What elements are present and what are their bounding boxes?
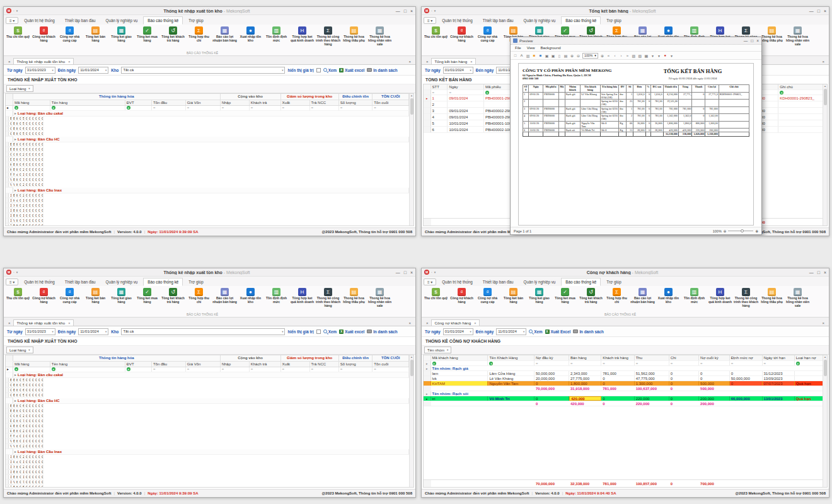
- print-list-button[interactable]: In danh sách: [573, 329, 604, 334]
- ribbon-tab-0[interactable]: Quản trị hệ thống: [20, 16, 59, 25]
- column-header[interactable]: Nhập: [220, 100, 249, 106]
- ribbon-button-0[interactable]: $Thu chi tồn quỹ: [5, 26, 31, 47]
- filter-cell[interactable]: =: [338, 106, 373, 111]
- table-row[interactable]: BCHCBàn Cầu HCbộ0.980,0000.0.0.0.0.0.: [6, 147, 13, 152]
- zoom-out-icon[interactable]: ⊖: [576, 54, 581, 58]
- ribbon-button-4[interactable]: ▦Tổng kết giao hàng: [108, 287, 134, 308]
- column-header[interactable]: Số lượng: [338, 100, 373, 106]
- table-row[interactable]: N ĐMNắp Cầu HC đồng ấmcái0.180,0000.0.0.…: [6, 434, 13, 439]
- last-page-icon[interactable]: »: [625, 54, 630, 57]
- quick-access-dropdown-icon[interactable]: ▾: [16, 270, 18, 274]
- inventory-grid[interactable]: Thông tin hàng hóaCộng vào khoGiảm số lư…: [5, 93, 414, 226]
- ribbon-button-2[interactable]: ₫Công nợ nhà cung cấp: [475, 26, 500, 47]
- column-header[interactable]: ĐVT: [125, 100, 151, 106]
- table-row[interactable]: 102Hàng xịt 102Acái0.190,0000.0.0.0.0.0.: [6, 198, 13, 203]
- vertical-scrollbar[interactable]: ▲: [823, 355, 827, 487]
- warehouse-select[interactable]: Tất cả▾: [121, 328, 285, 335]
- next-page-icon[interactable]: ›: [619, 54, 623, 57]
- ribbon-button-7[interactable]: ΣTổng hợp thu chi: [186, 287, 212, 308]
- ribbon-button-4[interactable]: ▦Tổng kết giao hàng: [108, 26, 134, 47]
- tabstrip-close-left-icon[interactable]: ×: [6, 321, 13, 326]
- minimize-button[interactable]: —: [744, 38, 748, 43]
- table-row[interactable]: BCDLBàn Cầu Dolabộ0.650,0000.0.0.0.0.0.: [6, 142, 13, 147]
- ribbon-button-5[interactable]: ✓Tổng kết mua hàng: [552, 287, 578, 308]
- column-header[interactable]: Tên hàng: [50, 100, 125, 106]
- filter-cell[interactable]: =: [249, 367, 280, 372]
- table-row[interactable]: 126Vòi LAP Lạnh126bộ0.750,0000.0.0.0.0.0…: [6, 219, 13, 224]
- group-row[interactable]: ▸Tên nhóm: Rạch giá: [424, 366, 827, 371]
- column-header[interactable]: Trả NCC: [309, 100, 338, 106]
- quick-access-dropdown-icon[interactable]: ▾: [434, 270, 436, 274]
- ribbon-button-11[interactable]: HTổng hợp kết quả kinh doanh: [707, 287, 733, 308]
- close-button[interactable]: ×: [824, 270, 826, 275]
- app-menu-button[interactable]: ≡ ▾: [6, 17, 18, 24]
- document-tab-close-icon[interactable]: ×: [68, 321, 70, 325]
- scroll-thumb[interactable]: [824, 360, 827, 376]
- ribbon-button-13[interactable]: ▤Thống kê hoa hồng thầu phụ: [341, 26, 367, 47]
- zoom-out-icon[interactable]: ⊖: [724, 229, 727, 233]
- table-row[interactable]: DL2NDoLa 2 nhấnbộ0.750,0000.0.0.0.0.0.: [6, 158, 13, 163]
- zoom-in-icon[interactable]: ⊕: [600, 54, 604, 58]
- minimize-button[interactable]: —: [809, 270, 814, 275]
- table-row[interactable]: V2NBàn Cầu VI 2 nhấnbộ0.1,350,0000.0.0.0…: [6, 439, 13, 444]
- table-row[interactable]: CKIHBàn Cầu CK (hoa)bộ0.650,0000.0.0.0.0…: [6, 127, 13, 132]
- filter-cell[interactable]: +: [125, 367, 151, 372]
- document-tab-close-icon[interactable]: ×: [474, 321, 476, 325]
- menu-item-0[interactable]: File: [515, 46, 521, 50]
- date-from-input[interactable]: 01/01/2024▾: [443, 328, 473, 335]
- table-row[interactable]: 126Vòi LAP Lạnh126bộ0.750,0000.0.0.0.0.0…: [6, 480, 13, 485]
- tabstrip-close-left-icon[interactable]: ×: [424, 60, 431, 64]
- filter-cell[interactable]: +: [13, 367, 50, 372]
- table-row[interactable]: N ĐMNắp Cầu HC đồng ấmcái0.180,0000.0.0.…: [6, 173, 13, 178]
- column-header[interactable]: Tồn cuối: [373, 362, 409, 367]
- inventory-grid[interactable]: Thông tin hàng hóaCộng vào khoGiảm số lư…: [5, 355, 414, 488]
- table-row[interactable]: HCLKBC HC Liền Khối (In Hoa)bộ0.2,280,00…: [6, 429, 13, 434]
- filter-cell[interactable]: =: [309, 367, 338, 372]
- date-from-input[interactable]: 31/01/2023▾: [25, 67, 55, 74]
- column-header[interactable]: Tồn cuối: [373, 100, 409, 106]
- close-button[interactable]: ×: [410, 9, 413, 13]
- send-icon[interactable]: ▾: [657, 54, 661, 58]
- column-header-row[interactable]: Mã khách hàngTên Khách HàngNợ đầu kỳBán …: [424, 355, 827, 361]
- app-menu-button[interactable]: ≡ ▾: [424, 17, 436, 24]
- column-header[interactable]: Tồn đầu: [151, 362, 185, 367]
- export-excel-button[interactable]: XXuất Excel: [545, 329, 571, 334]
- quick-access-dropdown-icon[interactable]: ▾: [434, 9, 436, 13]
- ribbon-button-0[interactable]: $Thu chi tồn quỹ: [423, 287, 449, 308]
- ribbon-button-14[interactable]: ▦Thống kê hoa hồng nhân viên sale: [785, 287, 811, 308]
- ribbon-button-8[interactable]: ▦Báo cáo lợi nhuận bán hàng: [212, 26, 238, 47]
- scroll-thumb[interactable]: [410, 98, 413, 115]
- ribbon-button-14[interactable]: ▦Thống kê hoa hồng nhân viên sale: [367, 26, 393, 47]
- table-row[interactable]: 102Hàng xịt 102Acái0.190,0000.0.0.0.0.0.: [6, 460, 13, 465]
- tabstrip-close-right-icon[interactable]: ×: [406, 321, 413, 326]
- view-button[interactable]: Xem: [529, 329, 542, 334]
- ribbon-button-8[interactable]: ▦Báo cáo lợi nhuận bán hàng: [212, 287, 238, 308]
- group-row[interactable]: ▸Tên nhóm: Rạch sỏi: [424, 391, 827, 396]
- date-from-input[interactable]: 01/01/2024▾: [443, 67, 473, 74]
- zoom-slider-thumb[interactable]: [741, 229, 744, 232]
- column-header[interactable]: ĐVT: [125, 362, 151, 367]
- table-row[interactable]: VXTNVan Xả Tiểu Nambộ0.200,0000.0.0.0.0.…: [6, 183, 13, 188]
- date-to-input[interactable]: 11/01/2024▾: [78, 328, 108, 335]
- filter-cell[interactable]: =: [185, 367, 220, 372]
- table-row[interactable]: 1011Bộ Xả T1011bộ0.295,0000.0.0.0.0.0.: [6, 455, 13, 460]
- filter-cell[interactable]: =: [249, 106, 280, 111]
- tabstrip-close-right-icon[interactable]: ×: [819, 60, 827, 64]
- minimize-button[interactable]: —: [396, 9, 400, 13]
- filter-cell[interactable]: =: [151, 106, 185, 111]
- date-to-input[interactable]: 11/01/2024▾: [78, 67, 108, 74]
- print-icon[interactable]: ▣: [545, 54, 549, 58]
- ribbon-button-8[interactable]: ▦Báo cáo lợi nhuận bán hàng: [630, 287, 656, 308]
- ribbon-button-11[interactable]: HTổng hợp kết quả kinh doanh: [289, 26, 315, 47]
- table-row[interactable]: 108Bàn cầu inax 108VA-L280V Tbộ0.1,805,0…: [6, 209, 13, 214]
- view-button[interactable]: Xem: [323, 329, 337, 334]
- table-row[interactable]: CKTBàn Cầu CK trắngbộ0.580,0000.0.0.0.0.…: [6, 393, 13, 398]
- export-excel-button[interactable]: XXuất excel: [339, 329, 364, 334]
- close-preview-icon[interactable]: ●: [663, 54, 667, 57]
- table-row[interactable]: CK2NBàn Cầu Caesavbộ0.570,0000.0.0.0.0.0…: [6, 122, 13, 127]
- pointer-icon[interactable]: □: [513, 54, 517, 57]
- filter-cell[interactable]: +: [13, 106, 50, 111]
- table-row[interactable]: HCGBC HC Gạtbộ0.680,0000.0.0.0.0.0.: [6, 424, 13, 429]
- ribbon-button-5[interactable]: ✓Tổng kết mua hàng: [134, 287, 160, 308]
- filter-cell[interactable]: =: [280, 367, 309, 372]
